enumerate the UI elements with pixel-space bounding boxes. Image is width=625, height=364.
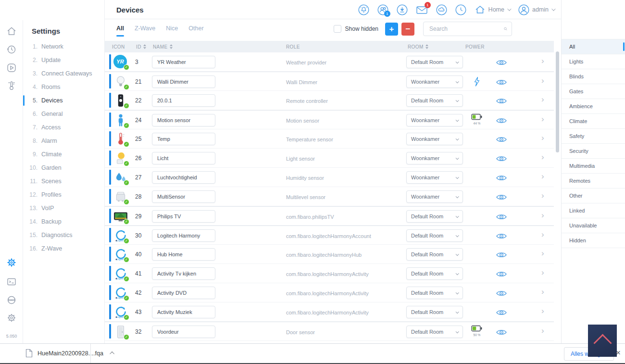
download-icon[interactable] — [397, 4, 408, 15]
users-icon[interactable]: 1 — [377, 4, 388, 15]
visibility-eye-icon[interactable] — [496, 309, 507, 318]
sidebar-item-diagnostics[interactable]: 15.Diagnostics — [23, 228, 104, 242]
scroll-to-top-button[interactable] — [588, 325, 617, 357]
room-dropdown[interactable]: Woonkamer — [406, 171, 463, 184]
room-dropdown[interactable]: Default Room — [406, 287, 463, 299]
row-chevron-icon[interactable]: › — [541, 152, 544, 162]
vertical-scrollbar[interactable] — [556, 51, 559, 152]
room-dropdown[interactable]: Woonkamer — [406, 190, 463, 203]
row-chevron-icon[interactable]: › — [541, 114, 544, 124]
visibility-eye-icon[interactable] — [496, 213, 507, 223]
category-item-security[interactable]: Security — [562, 144, 625, 159]
visibility-eye-icon[interactable] — [496, 155, 507, 164]
room-dropdown[interactable]: Default Room — [406, 306, 463, 318]
sidebar-item-devices[interactable]: 5.Devices — [23, 94, 104, 107]
visibility-eye-icon[interactable] — [496, 117, 507, 126]
history-icon[interactable] — [6, 44, 17, 55]
device-name-input[interactable] — [152, 133, 215, 145]
climate-icon[interactable] — [6, 80, 17, 91]
visibility-eye-icon[interactable] — [496, 251, 507, 261]
row-chevron-icon[interactable]: › — [541, 326, 544, 336]
visibility-eye-icon[interactable] — [496, 232, 507, 242]
device-name-input[interactable] — [152, 248, 215, 261]
sidebar-item-network[interactable]: 1.Network — [23, 40, 104, 53]
visibility-eye-icon[interactable] — [496, 193, 507, 203]
sidebar-item-scenes[interactable]: 11.Scenes — [23, 175, 104, 188]
mail-icon[interactable]: 1 — [416, 4, 428, 15]
row-chevron-icon[interactable]: › — [541, 268, 544, 277]
tab-z-wave[interactable]: Z-Wave — [135, 25, 155, 37]
add-device-button[interactable]: + — [385, 23, 398, 36]
sidebar-item-garden[interactable]: 10.Garden — [23, 161, 104, 175]
cloud-icon[interactable] — [436, 4, 447, 15]
visibility-eye-icon[interactable] — [496, 59, 507, 68]
category-item-climate[interactable]: Climate — [562, 114, 625, 129]
sidebar-item-access[interactable]: 7.Access — [23, 121, 104, 134]
sidebar-item-rooms[interactable]: 4.Rooms — [23, 80, 104, 94]
category-item-safety[interactable]: Safety — [562, 129, 625, 144]
sidebar-item-profiles[interactable]: 12.Profiles — [23, 188, 104, 201]
column-header-name[interactable]: NAME — [153, 41, 173, 52]
row-chevron-icon[interactable]: › — [541, 133, 544, 143]
sidebar-item-update[interactable]: 2.Update — [23, 53, 104, 67]
tab-nice[interactable]: Nice — [166, 25, 178, 37]
category-item-ambience[interactable]: Ambience — [562, 99, 625, 114]
device-name-input[interactable] — [152, 267, 215, 280]
search-input[interactable] — [429, 25, 504, 32]
sidebar-item-voip[interactable]: 13.VoIP — [23, 201, 104, 215]
visibility-eye-icon[interactable] — [496, 136, 507, 145]
category-item-gates[interactable]: Gates — [562, 84, 625, 99]
room-dropdown[interactable]: Woonkamer — [406, 75, 463, 88]
show-hidden-checkbox[interactable] — [334, 25, 341, 33]
column-header-room[interactable]: ROOM — [408, 41, 428, 52]
remove-device-button[interactable]: − — [401, 23, 414, 36]
device-name-input[interactable] — [152, 210, 215, 223]
room-dropdown[interactable]: Woonkamer — [406, 114, 463, 126]
row-chevron-icon[interactable]: › — [541, 306, 544, 316]
device-name-input[interactable] — [152, 326, 215, 338]
category-item-lights[interactable]: Lights — [562, 54, 625, 69]
home-icon[interactable] — [6, 26, 17, 37]
room-dropdown[interactable]: Woonkamer — [406, 133, 463, 145]
room-dropdown[interactable]: Default Room — [406, 94, 463, 107]
device-name-input[interactable] — [152, 114, 215, 126]
chevron-up-icon[interactable] — [110, 351, 114, 356]
category-item-unavailable[interactable]: Unavailable — [562, 218, 625, 233]
visibility-eye-icon[interactable] — [496, 289, 507, 299]
visibility-eye-icon[interactable] — [496, 328, 507, 338]
device-name-input[interactable] — [152, 56, 215, 68]
column-header-id[interactable]: ID — [136, 41, 146, 52]
device-name-input[interactable] — [152, 190, 215, 203]
room-dropdown[interactable]: Default Room — [406, 210, 463, 223]
sidebar-item-backup[interactable]: 14.Backup — [23, 215, 104, 228]
tab-all[interactable]: All — [116, 25, 124, 37]
category-item-blinds[interactable]: Blinds — [562, 69, 625, 84]
system-gear-icon[interactable] — [6, 313, 17, 323]
home-menu[interactable]: Home — [475, 4, 510, 15]
category-item-all[interactable]: All — [562, 39, 625, 54]
sidebar-item-z-wave[interactable]: 16.Z-Wave — [23, 242, 104, 255]
category-item-other[interactable]: Other — [562, 188, 625, 203]
device-name-input[interactable] — [152, 152, 215, 164]
row-chevron-icon[interactable]: › — [541, 76, 544, 86]
row-chevron-icon[interactable]: › — [541, 211, 544, 220]
device-name-input[interactable] — [152, 287, 215, 299]
device-name-input[interactable] — [152, 171, 215, 184]
category-item-hidden[interactable]: Hidden — [562, 233, 625, 248]
sidebar-item-general[interactable]: 6.General — [23, 107, 104, 121]
sidebar-item-climate[interactable]: 9.Climate — [23, 148, 104, 161]
room-dropdown[interactable]: Default Room — [406, 248, 463, 261]
row-chevron-icon[interactable]: › — [541, 287, 544, 297]
visibility-eye-icon[interactable] — [496, 97, 507, 107]
device-name-input[interactable] — [152, 306, 215, 318]
category-item-multimedia[interactable]: Multimedia — [562, 159, 625, 174]
row-chevron-icon[interactable]: › — [541, 230, 544, 239]
row-chevron-icon[interactable]: › — [541, 191, 544, 201]
room-dropdown[interactable]: Default Room — [406, 56, 463, 68]
row-chevron-icon[interactable]: › — [541, 95, 544, 104]
settings-gear-icon[interactable] — [6, 257, 17, 268]
downloaded-file-chip[interactable]: HueMain20200928....fqa — [25, 349, 114, 358]
room-dropdown[interactable]: Default Room — [406, 267, 463, 280]
device-name-input[interactable] — [152, 94, 215, 107]
room-dropdown[interactable]: Default Room — [406, 326, 463, 338]
